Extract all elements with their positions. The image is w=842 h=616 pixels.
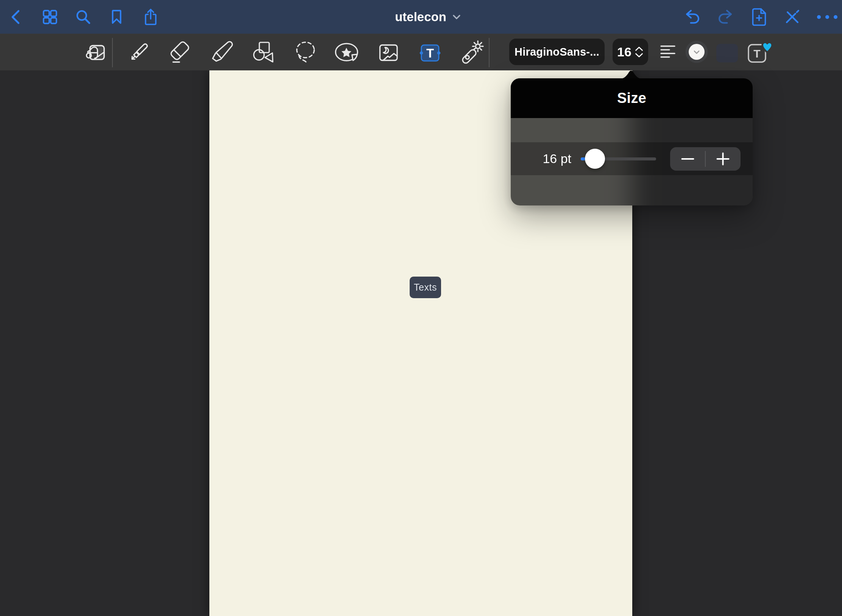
ellipsis-icon xyxy=(818,8,836,26)
stickers-tool[interactable] xyxy=(334,40,359,64)
text-color-button[interactable] xyxy=(685,40,709,64)
favorite-style-glyph: T xyxy=(753,47,760,60)
secondary-color-swatch[interactable] xyxy=(716,44,738,62)
laser-pointer-tool[interactable] xyxy=(457,40,482,64)
lasso-tool[interactable] xyxy=(294,40,318,64)
tool-bar: T Hiragino xyxy=(0,34,842,70)
shapes-tool[interactable] xyxy=(251,40,276,64)
text-tool-glyph: T xyxy=(426,46,434,60)
shapes-icon xyxy=(251,40,276,64)
new-page-icon xyxy=(750,8,768,26)
font-family-label: HiraginoSans-... xyxy=(515,46,599,58)
text-style-heart-icon: T xyxy=(745,39,772,65)
add-page-button[interactable] xyxy=(750,0,768,34)
redo-icon xyxy=(716,8,734,26)
text-object-label: Texts xyxy=(414,282,437,293)
size-value-label: 16 pt xyxy=(530,142,571,175)
size-stepper xyxy=(670,147,741,171)
text-tool-selected[interactable]: T xyxy=(418,40,442,64)
toolbar-divider xyxy=(489,38,490,67)
pen-cross-icon xyxy=(783,8,801,26)
highlighter-tool[interactable] xyxy=(210,40,234,64)
pen-tool[interactable] xyxy=(127,40,151,64)
exit-pen-mode-button[interactable] xyxy=(783,0,801,34)
chevron-up-down-icon xyxy=(635,46,644,58)
document-title: utelecon xyxy=(395,10,446,24)
canvas-left-gutter xyxy=(0,70,209,616)
handwriting-page-icon xyxy=(85,40,109,64)
undo-icon xyxy=(683,8,702,26)
size-slider-row: 16 pt xyxy=(511,142,753,175)
eraser-icon xyxy=(167,40,192,64)
toolbar-divider xyxy=(112,38,113,67)
image-icon xyxy=(376,40,400,64)
text-object[interactable]: Texts xyxy=(410,277,441,298)
text-alignment-button[interactable] xyxy=(657,40,678,64)
size-slider-knob[interactable] xyxy=(585,149,605,169)
size-popover: Size 16 pt xyxy=(511,78,753,205)
lasso-icon xyxy=(294,40,318,64)
pen-icon xyxy=(127,40,151,64)
font-family-button[interactable]: HiraginoSans-... xyxy=(509,39,605,65)
sticker-star-icon xyxy=(334,40,359,64)
goodnotes-app: Texts xyxy=(0,0,842,616)
redo-button[interactable] xyxy=(716,0,734,34)
image-tool[interactable] xyxy=(376,40,400,64)
font-size-value: 16 xyxy=(617,45,632,59)
font-size-button[interactable]: 16 xyxy=(613,39,648,65)
laser-pointer-icon xyxy=(457,40,482,64)
size-increase-button[interactable] xyxy=(717,153,729,165)
popover-title-bar: Size xyxy=(511,78,753,118)
stepper-divider xyxy=(705,151,706,167)
color-swatch-icon xyxy=(685,40,709,64)
align-left-icon xyxy=(660,44,675,59)
eraser-tool[interactable] xyxy=(167,40,192,64)
favorite-text-style-button[interactable]: T xyxy=(745,39,772,65)
popover-title: Size xyxy=(617,90,646,106)
chevron-down-icon xyxy=(452,14,461,20)
undo-button[interactable] xyxy=(683,0,702,34)
popover-arrow xyxy=(620,68,642,79)
more-button[interactable] xyxy=(818,0,836,34)
page-template-tool[interactable] xyxy=(85,40,109,64)
navigation-bar: utelecon xyxy=(0,0,842,34)
highlighter-icon xyxy=(210,40,234,64)
text-tool-icon: T xyxy=(418,40,442,64)
